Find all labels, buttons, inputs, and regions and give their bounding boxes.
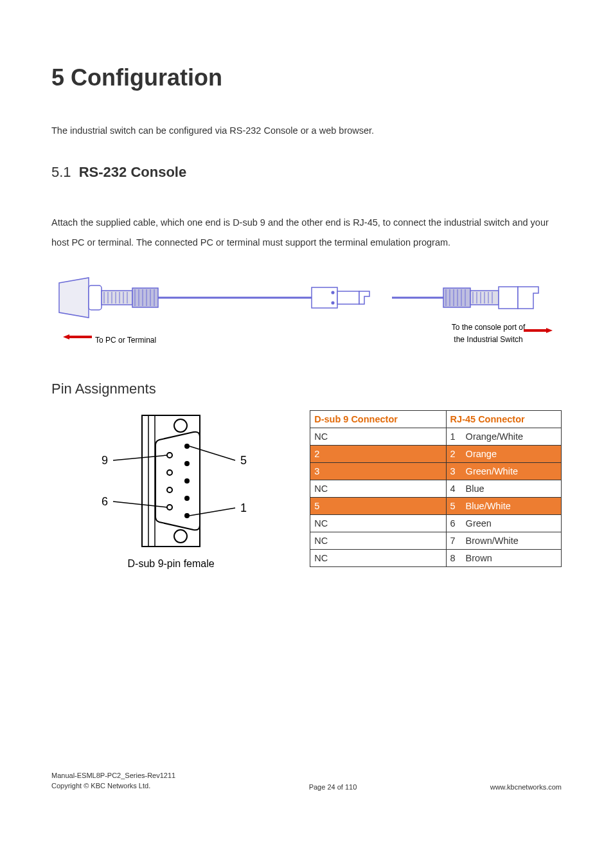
dsub-pin-5: 5 (240, 454, 247, 467)
dsub-pin-6: 6 (102, 495, 108, 508)
svg-rect-41 (148, 415, 155, 547)
cell-color: Orange/White (462, 428, 562, 446)
table-row: 2 2 Orange (310, 446, 562, 463)
diagram-right-label-line2: the Industrial Switch (454, 335, 522, 344)
page-footer: Manual-ESML8P-PC2_Series-Rev1211 Copyrig… (51, 771, 562, 791)
diagram-right-label-line1: To the console port of (452, 323, 526, 332)
table-row: NC 6 Green (310, 515, 562, 532)
svg-point-21 (332, 302, 334, 304)
svg-point-47 (184, 496, 190, 501)
dsub-pin-9: 9 (102, 454, 108, 467)
cell-left: NC (310, 532, 446, 550)
svg-point-52 (167, 505, 172, 510)
cell-num: 2 (446, 446, 462, 463)
cell-color: Blue/White (462, 498, 562, 515)
cell-left: 2 (310, 446, 446, 463)
svg-line-56 (190, 508, 235, 516)
pin-assignment-table: D-sub 9 Connector RJ-45 Connector NC 1 O… (310, 410, 562, 567)
dsub-connector-svg: 9 6 5 1 (75, 410, 267, 552)
cell-left: NC (310, 428, 446, 446)
chapter-title: Configuration (71, 64, 222, 91)
footer-left: Manual-ESML8P-PC2_Series-Rev1211 Copyrig… (51, 771, 175, 791)
dsub-diagram-block: 9 6 5 1 D-sub 9-pin female (51, 410, 290, 570)
svg-point-42 (174, 419, 187, 432)
cell-num: 5 (446, 498, 462, 515)
cell-num: 6 (446, 515, 462, 532)
table-row: NC 8 Brown (310, 550, 562, 567)
svg-marker-39 (524, 328, 553, 333)
pin-assignments-row: 9 6 5 1 D-sub 9-pin female D-sub 9 Conne… (51, 410, 562, 570)
cell-num: 1 (446, 428, 462, 446)
cell-color: Brown (462, 550, 562, 567)
arrow-right-icon (524, 328, 553, 333)
svg-point-49 (167, 453, 172, 458)
svg-point-43 (174, 530, 187, 543)
svg-point-45 (184, 461, 190, 466)
cell-left: NC (310, 480, 446, 498)
header-dsub: D-sub 9 Connector (310, 411, 446, 428)
cell-color: Orange (462, 446, 562, 463)
arrow-left-icon (63, 334, 92, 339)
footer-url: www.kbcnetworks.com (490, 783, 562, 791)
footer-page-number: Page 24 of 110 (175, 783, 490, 791)
table-row: 3 3 Green/White (310, 463, 562, 480)
chapter-heading: 5 Configuration (51, 64, 562, 91)
svg-rect-40 (142, 415, 200, 547)
svg-line-54 (113, 502, 167, 507)
svg-point-51 (167, 487, 172, 493)
svg-point-50 (167, 470, 172, 475)
section-title: RS-232 Console (79, 164, 187, 180)
cell-num: 8 (446, 550, 462, 567)
cell-color: Green/White (462, 463, 562, 480)
svg-rect-25 (499, 287, 518, 309)
chapter-number: 5 (51, 64, 64, 91)
table-row: NC 7 Brown/White (310, 532, 562, 550)
section-number: 5.1 (51, 164, 71, 180)
table-header-row: D-sub 9 Connector RJ-45 Connector (310, 411, 562, 428)
svg-rect-19 (337, 291, 359, 304)
svg-line-55 (190, 446, 235, 460)
diagram-left-label: To PC or Terminal (95, 336, 156, 345)
cell-color: Brown/White (462, 532, 562, 550)
pin-assignments-heading: Pin Assignments (51, 381, 562, 397)
dsub-caption: D-sub 9-pin female (51, 558, 290, 570)
svg-rect-23 (443, 288, 470, 307)
table-row: NC 1 Orange/White (310, 428, 562, 446)
cell-num: 4 (446, 480, 462, 498)
svg-point-46 (184, 478, 190, 484)
cell-left: NC (310, 515, 446, 532)
footer-copyright: Copyright © KBC Networks Ltd. (51, 782, 150, 790)
diagram-right-label: To the console port of the Industrial Sw… (431, 321, 546, 346)
svg-rect-18 (312, 287, 337, 308)
cell-num: 7 (446, 532, 462, 550)
section-heading: 5.1 RS-232 Console (51, 164, 562, 181)
cell-left: 5 (310, 498, 446, 515)
dsub-pin-1: 1 (240, 502, 247, 514)
footer-doc-id: Manual-ESML8P-PC2_Series-Rev1211 (51, 772, 175, 779)
cell-left: NC (310, 550, 446, 567)
header-rj45: RJ-45 Connector (446, 411, 561, 428)
svg-point-48 (184, 513, 190, 518)
intro-paragraph: The industrial switch can be configured … (51, 123, 562, 138)
svg-point-44 (184, 444, 190, 449)
page-container: 5 Configuration The industrial switch ca… (0, 0, 613, 868)
cell-color: Blue (462, 480, 562, 498)
cell-left: 3 (310, 463, 446, 480)
svg-marker-0 (59, 278, 89, 318)
cell-color: Green (462, 515, 562, 532)
svg-marker-38 (63, 334, 92, 339)
table-row: 5 5 Blue/White (310, 498, 562, 515)
svg-rect-1 (89, 285, 102, 310)
table-row: NC 4 Blue (310, 480, 562, 498)
svg-line-53 (113, 455, 167, 460)
svg-point-20 (332, 291, 334, 294)
cell-num: 3 (446, 463, 462, 480)
cable-diagram: To PC or Terminal To the console port of… (51, 271, 553, 355)
svg-rect-2 (102, 291, 132, 305)
section-paragraph: Attach the supplied cable, which one end… (51, 213, 562, 252)
